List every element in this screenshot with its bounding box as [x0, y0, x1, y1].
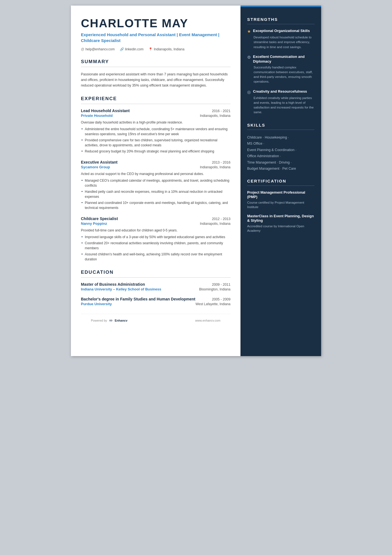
degree-1-org: Indiana University – Kelley School of Bu… [81, 287, 161, 291]
email-value: help@enhancv.com [85, 47, 115, 51]
job-2-desc: Acted as crucial support to the CEO by m… [81, 171, 230, 176]
job-2-title: Executive Assistant [81, 160, 118, 164]
strength-3: ◎ Creativity and Resourcefulness Exhibit… [247, 89, 314, 115]
job-1-dates: 2016 - 2021 [212, 109, 230, 113]
strength-3-title: Creativity and Resourcefulness [253, 89, 307, 94]
job-1-title: Lead Household Assistant [81, 108, 130, 113]
job-3-title: Childcare Specialist [81, 216, 118, 221]
linkedin-contact: 🔗 linkedin.com [120, 47, 144, 51]
footer: Powered by ∞ Enhancv www.enhancv.com [81, 314, 230, 327]
job-3-header: Childcare Specialist 2012 - 2013 [81, 216, 230, 221]
strength-1: ★ Exceptional Organizational Skills Deve… [247, 29, 314, 50]
skill-line-1: Childcare · Housekeeping · [247, 134, 314, 141]
skills-title: SKILLS [247, 123, 314, 127]
communication-icon: ⚙ [247, 55, 251, 60]
strength-2-desc: Successfully handled complex communicati… [254, 65, 314, 84]
star-icon: ★ [247, 29, 251, 34]
email-icon: @ [81, 47, 84, 51]
job-3-bullets: Improved language skills of a 3-year-old… [81, 235, 230, 262]
list-item: Reduced grocery budget by 20% through st… [81, 149, 230, 154]
strength-1-desc: Developed robust household schedule to s… [254, 35, 314, 50]
job-3-desc: Provided full-time care and education fo… [81, 228, 230, 233]
job-3: Childcare Specialist 2012 - 2013 Nanny P… [81, 216, 230, 262]
job-1-bullets: Administered the entire household schedu… [81, 127, 230, 154]
skill-line-2: MS Office · [247, 140, 314, 147]
footer-brand: Powered by ∞ Enhancv [91, 318, 127, 323]
list-item: Managed CEO's complicated calendar of me… [81, 178, 230, 188]
degree-1-header: Master of Business Administration 2009 -… [81, 282, 230, 287]
certification-title: CERTIFICATION [247, 179, 314, 183]
degree-1: Master of Business Administration 2009 -… [81, 282, 230, 291]
job-3-dates: 2012 - 2013 [212, 217, 230, 221]
list-item: Assured children's health and well-being… [81, 252, 230, 262]
job-1-desc: Oversaw daily household activities in a … [81, 120, 230, 125]
top-accent-bar [240, 6, 321, 7]
education-title: EDUCATION [81, 270, 230, 275]
location-contact: 📍 Indianapolis, Indiana [148, 47, 184, 51]
strength-3-desc: Exhibited creativity while planning part… [254, 96, 314, 115]
experience-section: EXPERIENCE Lead Household Assistant 2016… [81, 96, 230, 262]
skill-line-3: Event Planning & Coordination · [247, 147, 314, 153]
degree-2-org: Purdue University [81, 302, 112, 306]
degree-2-org-row: Purdue University West Lafayette, Indian… [81, 302, 230, 306]
strengths-divider [247, 24, 314, 24]
job-3-org-row: Nanny Poppinz Indianapolis, Indiana [81, 221, 230, 226]
footer-website: www.enhancv.com [195, 319, 220, 322]
brand-name: Enhancv [115, 319, 128, 322]
right-column: STRENGTHS ★ Exceptional Organizational S… [240, 6, 321, 356]
strength-2: ⚙ Excellent Communication and Diplomacy … [247, 55, 314, 84]
header: CHARLOTTE MAY Experienced Household and … [81, 17, 230, 51]
job-3-location: Indianapolis, Indiana [200, 222, 230, 226]
degree-1-title: Master of Business Administration [81, 282, 212, 287]
job-2: Executive Assistant 2013 - 2016 Sycamore… [81, 160, 230, 210]
brand-icon: ∞ [109, 318, 112, 323]
certification-divider [247, 186, 314, 186]
degree-2-location: West Lafayette, Indiana [195, 302, 230, 306]
list-item: Planned and coordinated 10+ corporate ev… [81, 200, 230, 210]
summary-title: SUMMARY [81, 59, 230, 65]
strength-1-header: ★ Exceptional Organizational Skills [247, 29, 314, 34]
location-icon: 📍 [148, 47, 153, 51]
strengths-title: STRENGTHS [247, 17, 314, 22]
summary-section: SUMMARY Passionate and experienced assis… [81, 59, 230, 88]
strength-1-title: Exceptional Organizational Skills [253, 29, 310, 33]
cert-1: Project Management Professional (PMP) Co… [247, 190, 314, 209]
degree-2: Bachelor's degree in Family Studies and … [81, 297, 230, 306]
degree-1-org-row: Indiana University – Kelley School of Bu… [81, 287, 230, 291]
degree-2-dates: 2005 - 2009 [212, 297, 230, 301]
cert-2-desc: Accredited course by International Open … [247, 224, 314, 233]
link-icon: 🔗 [120, 47, 124, 51]
list-item: Improved language skills of a 3-year-old… [81, 235, 230, 240]
linkedin-value: linkedin.com [125, 47, 144, 51]
education-section: EDUCATION Master of Business Administrat… [81, 270, 230, 306]
cert-2: MasterClass in Event Planning, Design & … [247, 214, 314, 233]
list-item: Provided comprehensive care for two chil… [81, 138, 230, 148]
cert-1-desc: Course certified by Project Management I… [247, 200, 314, 209]
job-1-location: Indianapolis, Indiana [200, 114, 230, 118]
strength-2-title: Excellent Communication and Diplomacy [253, 55, 314, 64]
skills-divider [247, 130, 314, 130]
degree-1-location: Bloomington, Indiana [199, 287, 230, 291]
strength-2-header: ⚙ Excellent Communication and Diplomacy [247, 55, 314, 64]
skill-line-4: Office Administration · [247, 153, 314, 159]
job-1-org-row: Private Household Indianapolis, Indiana [81, 114, 230, 118]
experience-divider [81, 104, 230, 104]
summary-divider [81, 67, 230, 67]
job-2-location: Indianapolis, Indiana [200, 165, 230, 169]
job-2-header: Executive Assistant 2013 - 2016 [81, 160, 230, 164]
strengths-section: STRENGTHS ★ Exceptional Organizational S… [247, 17, 314, 115]
job-2-org: Sycamore Group [81, 165, 110, 169]
job-1-header: Lead Household Assistant 2016 - 2021 [81, 108, 230, 113]
list-item: Handled petty cash and reconcile expense… [81, 189, 230, 199]
cert-1-title: Project Management Professional (PMP) [247, 190, 314, 200]
creativity-icon: ◎ [247, 90, 251, 95]
certification-section: CERTIFICATION Project Management Profess… [247, 179, 314, 233]
skill-line-6: Budget Management · Pet Care [247, 166, 314, 172]
job-1: Lead Household Assistant 2016 - 2021 Pri… [81, 108, 230, 154]
job-2-bullets: Managed CEO's complicated calendar of me… [81, 178, 230, 210]
left-column: CHARLOTTE MAY Experienced Household and … [71, 6, 240, 356]
degree-2-header: Bachelor's degree in Family Studies and … [81, 297, 230, 301]
skills-section: SKILLS Childcare · Housekeeping · MS Off… [247, 123, 314, 172]
powered-by-text: Powered by [91, 319, 107, 322]
degree-1-dates: 2009 - 2011 [212, 283, 230, 287]
